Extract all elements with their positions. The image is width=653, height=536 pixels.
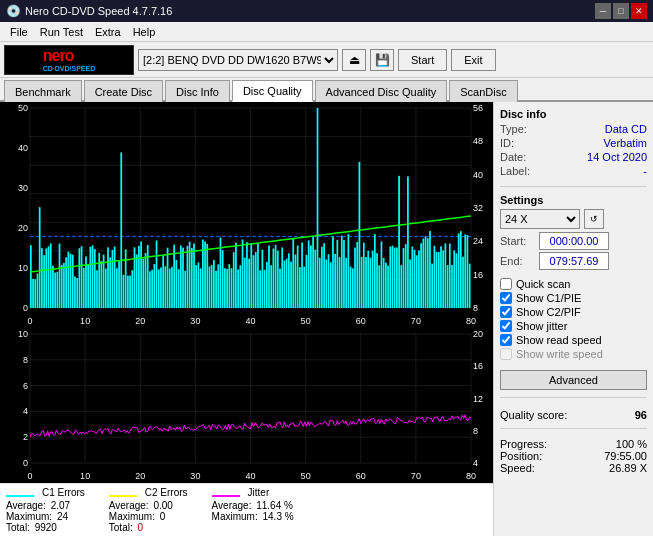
show-c2-pif-row: Show C2/PIF bbox=[500, 306, 647, 318]
tab-benchmark[interactable]: Benchmark bbox=[4, 80, 82, 102]
jitter-max: Maximum: 14.3 % bbox=[212, 511, 294, 522]
progress-value: 100 % bbox=[616, 438, 647, 450]
advanced-button[interactable]: Advanced bbox=[500, 370, 647, 390]
progress-label: Progress: bbox=[500, 438, 547, 450]
c1-legend-line bbox=[6, 495, 34, 497]
speed-value: 26.89 X bbox=[609, 462, 647, 474]
quality-score-row: Quality score: 96 bbox=[500, 409, 647, 421]
disc-id-value: Verbatim bbox=[604, 137, 647, 149]
quick-scan-row: Quick scan bbox=[500, 278, 647, 290]
disc-label-value: - bbox=[643, 165, 647, 177]
disc-date-value: 14 Oct 2020 bbox=[587, 151, 647, 163]
legend-c2: C2 Errors Average: 0.00 Maximum: 0 Total… bbox=[109, 487, 188, 533]
quick-scan-checkbox[interactable] bbox=[500, 278, 512, 290]
speed-select[interactable]: 24 X bbox=[500, 209, 580, 229]
tab-scan-disc[interactable]: ScanDisc bbox=[449, 80, 517, 102]
c1-avg: Average: 2.07 bbox=[6, 500, 85, 511]
legend: C1 Errors Average: 2.07 Maximum: 24 Tota… bbox=[0, 483, 493, 536]
c2-total: Total: 0 bbox=[109, 522, 188, 533]
divider-3 bbox=[500, 428, 647, 429]
menu-extra[interactable]: Extra bbox=[89, 24, 127, 40]
toolbar: nero CD·DVD/SPEED [2:2] BENQ DVD DD DW16… bbox=[0, 42, 653, 78]
menu-bar: File Run Test Extra Help bbox=[0, 22, 653, 42]
chart-panel: C1 Errors Average: 2.07 Maximum: 24 Tota… bbox=[0, 102, 493, 536]
jitter-label: Jitter bbox=[248, 487, 270, 498]
disc-type-row: Type: Data CD bbox=[500, 123, 647, 135]
disc-date-label: Date: bbox=[500, 151, 526, 163]
show-read-speed-checkbox[interactable] bbox=[500, 334, 512, 346]
progress-section: Progress: 100 % Position: 79:55.00 Speed… bbox=[500, 438, 647, 474]
show-c2-pif-checkbox[interactable] bbox=[500, 306, 512, 318]
end-row: End: bbox=[500, 252, 647, 270]
start-button[interactable]: Start bbox=[398, 49, 447, 71]
tab-disc-quality[interactable]: Disc Quality bbox=[232, 80, 313, 102]
tab-advanced-disc-quality[interactable]: Advanced Disc Quality bbox=[315, 80, 448, 102]
menu-file[interactable]: File bbox=[4, 24, 34, 40]
show-write-speed-label: Show write speed bbox=[516, 348, 603, 360]
speed-row: 24 X ↺ bbox=[500, 209, 647, 229]
legend-c1: C1 Errors Average: 2.07 Maximum: 24 Tota… bbox=[6, 487, 85, 533]
disc-info-section: Disc info Type: Data CD ID: Verbatim Dat… bbox=[500, 108, 647, 179]
disc-id-row: ID: Verbatim bbox=[500, 137, 647, 149]
nero-logo: nero CD·DVD/SPEED bbox=[4, 45, 134, 75]
show-write-speed-checkbox[interactable] bbox=[500, 348, 512, 360]
title-bar: 💿 Nero CD-DVD Speed 4.7.7.16 ─ □ ✕ bbox=[0, 0, 653, 22]
disc-type-value: Data CD bbox=[605, 123, 647, 135]
c2-avg: Average: 0.00 bbox=[109, 500, 188, 511]
quality-score-value: 96 bbox=[635, 409, 647, 421]
disc-date-row: Date: 14 Oct 2020 bbox=[500, 151, 647, 163]
eject-button[interactable]: ⏏ bbox=[342, 49, 366, 71]
c1-total: Total: 9920 bbox=[6, 522, 85, 533]
title-bar-controls: ─ □ ✕ bbox=[595, 3, 647, 19]
title-bar-text: Nero CD-DVD Speed 4.7.7.16 bbox=[25, 5, 172, 17]
position-row: Position: 79:55.00 bbox=[500, 450, 647, 462]
checkboxes-section: Quick scan Show C1/PIE Show C2/PIF Show … bbox=[500, 278, 647, 362]
show-c1-pie-checkbox[interactable] bbox=[500, 292, 512, 304]
main-content: C1 Errors Average: 2.07 Maximum: 24 Tota… bbox=[0, 102, 653, 536]
jitter-avg: Average: 11.64 % bbox=[212, 500, 294, 511]
start-input[interactable] bbox=[539, 232, 609, 250]
menu-help[interactable]: Help bbox=[127, 24, 162, 40]
top-chart bbox=[0, 102, 493, 328]
settings-title: Settings bbox=[500, 194, 647, 206]
show-read-speed-row: Show read speed bbox=[500, 334, 647, 346]
position-label: Position: bbox=[500, 450, 542, 462]
jitter-legend-line bbox=[212, 495, 240, 497]
progress-row: Progress: 100 % bbox=[500, 438, 647, 450]
show-read-speed-label: Show read speed bbox=[516, 334, 602, 346]
settings-section: Settings 24 X ↺ Start: End: bbox=[500, 194, 647, 272]
speed-row: Speed: 26.89 X bbox=[500, 462, 647, 474]
c1-label: C1 Errors bbox=[42, 487, 85, 498]
legend-jitter: Jitter Average: 11.64 % Maximum: 14.3 % bbox=[212, 487, 294, 533]
disc-label-label: Label: bbox=[500, 165, 530, 177]
bottom-chart bbox=[0, 328, 493, 483]
show-c1-pie-row: Show C1/PIE bbox=[500, 292, 647, 304]
maximize-button[interactable]: □ bbox=[613, 3, 629, 19]
c2-legend-line bbox=[109, 495, 137, 497]
bottom-chart-container bbox=[0, 328, 493, 483]
show-write-speed-row: Show write speed bbox=[500, 348, 647, 360]
minimize-button[interactable]: ─ bbox=[595, 3, 611, 19]
menu-run-test[interactable]: Run Test bbox=[34, 24, 89, 40]
tab-create-disc[interactable]: Create Disc bbox=[84, 80, 163, 102]
divider-2 bbox=[500, 397, 647, 398]
top-chart-container bbox=[0, 102, 493, 328]
settings-refresh-button[interactable]: ↺ bbox=[584, 209, 604, 229]
save-button[interactable]: 💾 bbox=[370, 49, 394, 71]
divider-1 bbox=[500, 186, 647, 187]
end-input[interactable] bbox=[539, 252, 609, 270]
app-icon: 💿 bbox=[6, 4, 21, 18]
tab-disc-info[interactable]: Disc Info bbox=[165, 80, 230, 102]
start-label: Start: bbox=[500, 235, 535, 247]
exit-button[interactable]: Exit bbox=[451, 49, 495, 71]
c2-label: C2 Errors bbox=[145, 487, 188, 498]
close-button[interactable]: ✕ bbox=[631, 3, 647, 19]
title-bar-left: 💿 Nero CD-DVD Speed 4.7.7.16 bbox=[6, 4, 172, 18]
right-panel: Disc info Type: Data CD ID: Verbatim Dat… bbox=[493, 102, 653, 536]
show-jitter-label: Show jitter bbox=[516, 320, 567, 332]
show-jitter-checkbox[interactable] bbox=[500, 320, 512, 332]
drive-select[interactable]: [2:2] BENQ DVD DD DW1620 B7W9 bbox=[138, 49, 338, 71]
quick-scan-label: Quick scan bbox=[516, 278, 570, 290]
disc-type-label: Type: bbox=[500, 123, 527, 135]
show-c1-pie-label: Show C1/PIE bbox=[516, 292, 581, 304]
